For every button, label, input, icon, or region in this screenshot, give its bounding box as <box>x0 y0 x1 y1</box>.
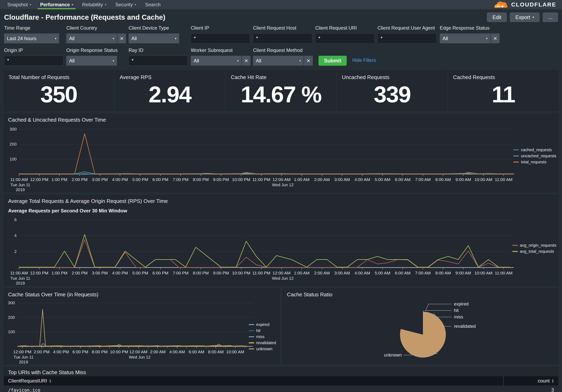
panel-cached-uncached-requests: Cached & Uncached Requests Over Time 100… <box>4 114 558 192</box>
svg-text:11:00 AM: 11:00 AM <box>495 177 513 182</box>
svg-text:4:00 AM: 4:00 AM <box>169 349 185 354</box>
legend-label: miss <box>256 334 265 339</box>
chevron-down-icon: ▾ <box>533 15 534 19</box>
kpi-value: 14.67 % <box>226 81 336 108</box>
chart-title: Cache Status Over Time (in Requests) <box>4 288 280 298</box>
kpi-card-cache-hit-rate: Cache Hit Rate14.67 % <box>226 70 336 111</box>
hide-filters-link[interactable]: Hide Filters <box>352 58 376 63</box>
selected-value: All <box>443 36 448 41</box>
client-request-user-agent-input[interactable] <box>377 34 437 43</box>
client-country-select[interactable]: All▾ <box>66 34 117 43</box>
client-request-host-input[interactable] <box>253 34 312 43</box>
nav-item-search[interactable]: Search <box>141 0 165 9</box>
svg-text:6:00 AM: 6:00 AM <box>395 177 410 182</box>
nav-item-reliability[interactable]: Reliability▾ <box>78 0 111 9</box>
legend-swatch <box>513 161 519 162</box>
line-chart-svg: 10020030012:00 PMTue Jun 1120192:00 PM4:… <box>6 299 256 364</box>
legend-swatch <box>512 245 518 246</box>
table-row: /favicon.ico3 <box>4 385 558 392</box>
svg-text:7:00 AM: 7:00 AM <box>415 177 431 182</box>
origin-response-status-select[interactable]: All▾ <box>66 56 117 66</box>
svg-text:10:00 AM: 10:00 AM <box>474 271 492 275</box>
chart-legend: expiredhitmissrevalidatedunknown <box>249 322 276 351</box>
clear-filter-button[interactable]: × <box>117 34 126 43</box>
selected-value: All <box>256 58 261 64</box>
svg-text:Wed Jun 12: Wed Jun 12 <box>272 183 293 187</box>
legend-item-avg_origin_requests[interactable]: avg_origin_requests <box>512 243 556 248</box>
legend-item-expired[interactable]: expired <box>249 322 276 327</box>
svg-text:5:00 PM: 5:00 PM <box>132 177 148 182</box>
filter-control: All▾ <box>129 34 191 43</box>
page-title: Cloudflare - Performance (Requests and C… <box>4 13 165 21</box>
svg-text:8:00 AM: 8:00 AM <box>435 271 451 275</box>
panel-cache-status-over-time: Cache Status Over Time (in Requests) 100… <box>4 288 280 364</box>
cache-status-ratio-pie: expiredhitmissrevalidatedunknown <box>282 298 558 364</box>
client-device-type-select[interactable]: All▾ <box>129 34 179 43</box>
svg-text:12:00 PM: 12:00 PM <box>30 177 48 182</box>
legend-item-avg_total_requests[interactable]: avg_total_requests <box>512 249 556 254</box>
nav-item-snapshot[interactable]: Snapshot▾ <box>3 0 36 9</box>
client-ip-input[interactable] <box>191 34 250 43</box>
filter-control: All▾× <box>66 34 129 43</box>
filter-control: Last 24 hours▾ <box>4 34 66 43</box>
client-request-method-select[interactable]: All▾ <box>253 56 304 66</box>
clear-filter-button[interactable]: × <box>491 34 500 43</box>
filter-label: Client Request Host <box>253 25 315 31</box>
time-range-select[interactable]: Last 24 hours▾ <box>4 34 59 43</box>
legend-item-total_requests[interactable]: total_requests <box>513 160 556 164</box>
svg-text:1:00 PM: 1:00 PM <box>51 271 67 275</box>
filter-worker-subrequest: Worker SubrequestAll▾× <box>191 47 253 66</box>
panel-top-uris: Top URIs with Cache Status Miss ClientRe… <box>4 367 558 392</box>
brand-wordmark: CLOUDFLARE <box>511 1 556 8</box>
legend-item-uncached_requests[interactable]: uncached_requests <box>513 154 556 158</box>
series-total_requests-line <box>19 134 514 174</box>
svg-text:11:00 PM: 11:00 PM <box>252 177 270 182</box>
legend-item-hit[interactable]: hit <box>249 328 276 333</box>
svg-text:300: 300 <box>10 127 17 131</box>
chevron-down-icon: ▾ <box>299 59 301 63</box>
header-buttons: EditExport▾... <box>487 12 558 22</box>
filter-label: Client Request URI <box>315 25 377 31</box>
more-button[interactable]: ... <box>543 12 558 22</box>
cache-status-over-time-chart: 10020030012:00 PMTue Jun 1120192:00 PM4:… <box>4 298 280 364</box>
nav-item-security[interactable]: Security▾ <box>111 0 140 9</box>
filter-control <box>377 34 440 43</box>
edge-response-status-select[interactable]: All▾ <box>440 34 491 43</box>
origin-ip-input[interactable] <box>4 56 63 66</box>
filter-client-request-uri: Client Request URI <box>315 25 377 43</box>
svg-text:10:00 AM: 10:00 AM <box>474 177 492 182</box>
column-header-count[interactable]: count ▲▼ <box>503 376 558 385</box>
clear-filter-button[interactable]: × <box>304 56 313 66</box>
legend-item-revalidated[interactable]: revalidated <box>249 341 276 345</box>
filter-control: All▾× <box>253 56 315 66</box>
svg-text:10:00 PM: 10:00 PM <box>232 177 250 182</box>
svg-text:2019: 2019 <box>16 187 25 192</box>
export-button[interactable]: Export▾ <box>510 12 539 22</box>
chart-title: Average Total Requests & Average Origin … <box>4 195 558 204</box>
chart-subtitle: Average Requests per Second Over 30 Min … <box>4 204 558 214</box>
pie-label-unknown: unknown <box>384 352 402 357</box>
svg-text:2: 2 <box>14 249 17 254</box>
worker-subrequest-select[interactable]: All▾ <box>191 56 241 66</box>
ray-id-input[interactable] <box>129 56 188 66</box>
nav-item-performance[interactable]: Performance▾ <box>36 0 78 9</box>
legend-item-cached_requests[interactable]: cached_requests <box>513 148 556 152</box>
edit-button[interactable]: Edit <box>487 12 507 22</box>
legend-swatch <box>513 155 519 156</box>
legend-item-unknown[interactable]: unknown <box>249 346 276 351</box>
clear-filter-button[interactable]: × <box>241 56 251 66</box>
chevron-down-icon: ▾ <box>113 59 114 63</box>
table-body: /favicon.ico3/2 <box>4 385 558 392</box>
column-header-clientrequesturi[interactable]: ClientRequestURI ▲▼ <box>4 376 503 385</box>
svg-text:200: 200 <box>8 315 15 320</box>
cloudflare-logo: CLOUDFLARE <box>494 0 562 9</box>
svg-text:12:00 PM: 12:00 PM <box>13 349 31 354</box>
nav-item-label: Reliability <box>82 2 103 8</box>
submit-button[interactable]: Submit <box>318 56 347 66</box>
legend-label: cached_requests <box>521 148 552 152</box>
legend-item-miss[interactable]: miss <box>249 334 276 339</box>
chevron-down-icon: ▾ <box>135 3 136 7</box>
client-request-uri-input[interactable] <box>315 34 375 43</box>
svg-text:2:00 PM: 2:00 PM <box>72 177 88 182</box>
svg-text:4:00 PM: 4:00 PM <box>112 271 128 275</box>
